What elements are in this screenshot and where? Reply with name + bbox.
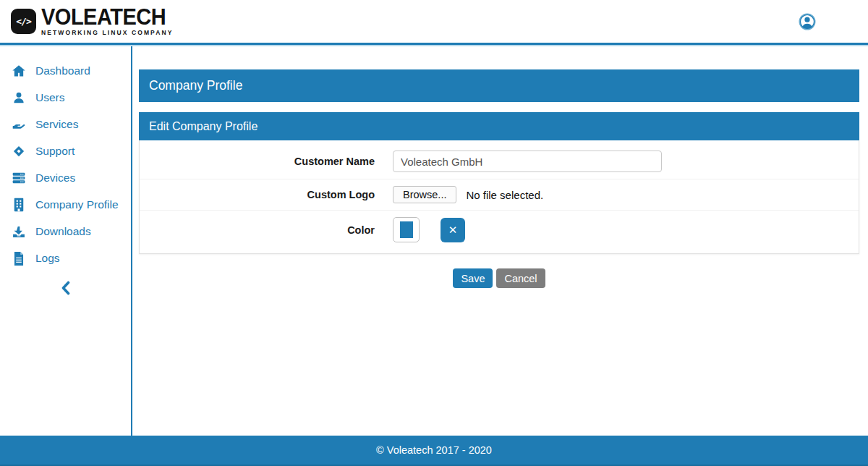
download-icon <box>12 224 26 239</box>
sidebar-item-label: Dashboard <box>35 64 90 77</box>
sidebar-item-downloads[interactable]: Downloads <box>0 221 131 242</box>
sidebar-item-support[interactable]: Support <box>0 141 131 161</box>
brand-logo: </> VOLEATECH NETWORKING LINUX COMPANY <box>11 7 173 36</box>
browse-button[interactable]: Browse... <box>393 186 456 203</box>
sidebar-item-users[interactable]: Users <box>0 88 131 108</box>
user-icon <box>12 90 26 105</box>
color-label: Color <box>140 224 375 236</box>
sidebar-item-logs[interactable]: Logs <box>0 248 131 268</box>
sidebar-item-dashboard[interactable]: Dashboard <box>0 61 131 81</box>
cancel-button[interactable]: Cancel <box>496 268 545 288</box>
custom-logo-cell: Browse... No file selected. <box>375 186 859 203</box>
sidebar-collapse-button[interactable] <box>51 279 80 297</box>
user-avatar-icon[interactable] <box>799 13 816 30</box>
page-footer: © Voleatech 2017 - 2020 <box>0 436 868 466</box>
sidebar-item-devices[interactable]: Devices <box>0 168 131 188</box>
brand-text: VOLEATECH NETWORKING LINUX COMPANY <box>41 7 173 36</box>
sidebar-item-label: Downloads <box>35 225 91 238</box>
building-icon <box>12 198 26 212</box>
customer-name-row: Customer Name <box>140 144 859 179</box>
customer-name-cell <box>375 151 859 172</box>
page-body: Dashboard Users Services Support <box>0 45 868 436</box>
sidebar: Dashboard Users Services Support <box>0 45 132 436</box>
color-swatch-button[interactable] <box>393 217 420 242</box>
page-title: Company Profile <box>139 69 859 102</box>
color-cell: ✕ <box>375 217 859 242</box>
user-circle-icon <box>799 13 816 30</box>
x-icon: ✕ <box>448 224 458 237</box>
gem-icon <box>12 144 26 158</box>
server-icon <box>12 171 26 185</box>
save-button[interactable]: Save <box>453 268 493 288</box>
sidebar-item-label: Logs <box>35 252 60 265</box>
panel-body: Customer Name Custom Logo Browse... No f… <box>139 140 859 254</box>
sidebar-item-label: Support <box>35 145 75 158</box>
brand-name: VOLEATECH <box>41 7 173 28</box>
sidebar-item-label: Services <box>35 118 78 131</box>
app-header: </> VOLEATECH NETWORKING LINUX COMPANY <box>0 0 868 45</box>
sidebar-item-label: Users <box>35 91 64 104</box>
sidebar-item-services[interactable]: Services <box>0 114 131 135</box>
sidebar-item-label: Company Profile <box>35 198 119 211</box>
custom-logo-row: Custom Logo Browse... No file selected. <box>140 179 859 210</box>
code-icon: </> <box>11 9 36 34</box>
sidebar-item-company-profile[interactable]: Company Profile <box>0 195 131 215</box>
main-content: Company Profile Edit Company Profile Cus… <box>132 45 868 436</box>
sidebar-item-label: Devices <box>35 171 75 185</box>
customer-name-input[interactable] <box>393 151 662 172</box>
color-swatch-value <box>400 221 413 238</box>
form-actions: Save Cancel <box>139 268 859 288</box>
color-row: Color ✕ <box>140 210 859 249</box>
color-clear-button[interactable]: ✕ <box>441 218 465 242</box>
hand-holding-icon <box>12 117 26 132</box>
edit-company-profile-panel: Edit Company Profile Customer Name Custo… <box>139 112 859 254</box>
file-lines-icon <box>12 251 26 266</box>
copyright-text: © Voleatech 2017 - 2020 <box>376 444 492 456</box>
custom-logo-label: Custom Logo <box>140 189 375 200</box>
home-icon <box>12 64 26 78</box>
customer-name-label: Customer Name <box>140 156 375 167</box>
panel-title: Edit Company Profile <box>139 112 859 140</box>
chevron-left-icon <box>60 281 72 295</box>
brand-tagline: NETWORKING LINUX COMPANY <box>41 30 173 36</box>
file-status-text: No file selected. <box>466 189 543 201</box>
